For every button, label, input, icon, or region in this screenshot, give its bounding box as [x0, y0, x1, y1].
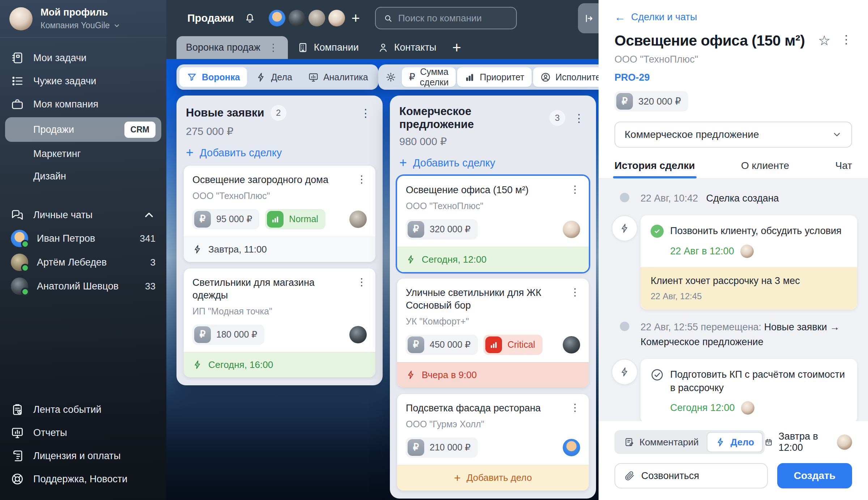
sidebar-item-my-tasks[interactable]: Мои задачи [0, 46, 166, 69]
avatar[interactable] [269, 10, 285, 26]
column-menu-icon[interactable]: ⋮ [358, 107, 373, 119]
card-menu-icon[interactable]: ⋮ [570, 402, 580, 413]
deal-amount: 320 000 ₽ [430, 224, 471, 234]
assignee-avatar[interactable] [563, 336, 580, 353]
card-menu-icon[interactable]: ⋮ [357, 276, 367, 287]
back-to-deals-link[interactable]: ← Сделки и чаты [614, 12, 852, 23]
sidebar-item-support[interactable]: Поддержка, Новости [0, 467, 166, 491]
sidebar-item-sales[interactable]: Продажи CRM [5, 117, 161, 142]
check-open-icon[interactable] [651, 368, 664, 381]
chat-item-anatoly[interactable]: Анатолий Шевцов 33 [0, 274, 166, 298]
settings-gear-button[interactable] [381, 67, 400, 87]
deal-card[interactable]: Светильники для магазина одежды ⋮ ИП "Мо… [184, 268, 375, 377]
panel-menu-icon[interactable]: ⋮ [841, 34, 852, 45]
comment-mode-button[interactable]: Комментарий [616, 432, 707, 452]
card-menu-icon[interactable]: ⋮ [357, 174, 367, 185]
column-menu-icon[interactable]: ⋮ [571, 112, 587, 124]
search-input[interactable] [398, 13, 508, 24]
create-button[interactable]: Создать [777, 463, 852, 488]
sidebar-item-events-feed[interactable]: Лента событий [0, 398, 166, 421]
deal-due-footer[interactable]: Вчера в 9:00 [397, 362, 589, 387]
deal-due-footer[interactable]: Сегодня, 16:00 [184, 352, 375, 377]
sidebar: Мой профиль Компания YouGile Мои задачи … [0, 0, 166, 500]
field-priority-button[interactable]: Приоритет [457, 67, 531, 87]
deal-card[interactable]: Освещение загородного дома ⋮ ООО "ТехноП… [184, 166, 375, 262]
yougile-crm-app: Мой профиль Компания YouGile Мои задачи … [0, 0, 868, 500]
deal-company: ООО "ТехноПлюс" [192, 191, 367, 201]
chevron-up-icon[interactable] [142, 208, 156, 221]
chat-item-artem[interactable]: Артём Лебедев 3 [0, 250, 166, 274]
tab-chat[interactable]: Чат [835, 160, 852, 178]
company-search[interactable] [375, 7, 517, 29]
collapse-panel-button[interactable] [578, 3, 599, 33]
profile-avatar[interactable] [9, 7, 33, 30]
sidebar-item-my-company[interactable]: Моя компания [0, 93, 166, 116]
view-funnel-button[interactable]: Воронка [179, 67, 247, 87]
stage-dropdown[interactable]: Коммерческое предложение [614, 122, 852, 148]
avatar[interactable] [328, 10, 345, 26]
sidebar-item-reports[interactable]: Отчеты [0, 421, 166, 444]
field-deal-amount-button[interactable]: ₽ Сумма сделки [402, 67, 456, 87]
deal-amount-chip: ₽ 210 000 ₽ [406, 437, 478, 458]
add-deal-button[interactable]: + Добавить сделку [186, 146, 373, 159]
paperclip-icon[interactable] [624, 470, 635, 481]
sidebar-item-design[interactable]: Дизайн [0, 165, 166, 187]
deal-due-footer[interactable]: Сегодня, 12:00 [397, 247, 589, 272]
new-task-input-wrap[interactable] [614, 463, 768, 488]
assignee-avatar[interactable] [837, 435, 852, 450]
gear-icon [386, 72, 396, 82]
field-settings: ₽ Сумма сделки Приоритет Исполнитель + [378, 64, 599, 90]
tab-sales-funnel[interactable]: Воронка продаж ⋮ [176, 36, 288, 59]
chat-name: Артём Лебедев [37, 257, 107, 268]
deal-card-selected[interactable]: Освещение офиса (150 м²) ⋮ ООО "ТехноПлю… [397, 176, 589, 272]
sidebar-item-license[interactable]: Лицензия и оплаты [0, 444, 166, 467]
tab-deal-history[interactable]: История сделки [614, 160, 695, 178]
sidebar-item-others-tasks[interactable]: Чужие задачи [0, 69, 166, 93]
sidebar-item-marketing[interactable]: Маркетинг [0, 143, 166, 165]
timeline-event-moved: 22 Авг, 12:55 перемещена: Новые заявки →… [609, 319, 857, 349]
deal-title: Уличные светильники для ЖК Сосновый бор [406, 287, 566, 312]
add-deal-button[interactable]: + Добавить сделку [399, 156, 587, 169]
chat-unread-count: 3 [150, 257, 156, 268]
deal-card[interactable]: Уличные светильники для ЖК Сосновый бор … [397, 279, 589, 387]
add-task-label: Добавить дело [467, 472, 532, 483]
task-schedule-button[interactable]: Завтра в 12:00 [765, 431, 852, 453]
view-label: Дела [271, 72, 292, 82]
assignee-avatar[interactable] [349, 211, 367, 228]
deal-title: Освещение загородного дома [192, 174, 352, 187]
chats-section-header[interactable]: Личные чаты [0, 203, 166, 226]
assignee-avatar[interactable] [563, 221, 580, 238]
profile-block[interactable]: Мой профиль Компания YouGile [0, 0, 166, 38]
field-assignee-button[interactable]: Исполнитель [533, 67, 599, 87]
check-done-icon[interactable] [651, 225, 664, 238]
task-card[interactable]: Позвонить клиенту, обсудить условия 22 А… [641, 215, 857, 310]
add-task-footer-button[interactable]: + Добавить дело [397, 465, 589, 491]
moved-from: Новые заявки → [764, 322, 840, 332]
lightning-icon [619, 366, 630, 377]
chat-item-ivan[interactable]: Иван Петров 341 [0, 226, 166, 250]
new-task-input[interactable] [641, 470, 758, 482]
assignee-avatar[interactable] [563, 439, 580, 456]
task-mode-button[interactable]: Дело [707, 432, 763, 452]
add-member-button[interactable]: + [352, 11, 360, 25]
tab-menu-icon[interactable]: ⋮ [268, 42, 278, 54]
avatar[interactable] [289, 10, 305, 26]
deal-due-footer[interactable]: Завтра, 11:00 [184, 237, 375, 262]
view-tasks-button[interactable]: Дела [248, 67, 299, 87]
deal-card[interactable]: Подсветка фасада ресторана ⋮ ООО "Гурмэ … [397, 394, 589, 491]
bell-icon[interactable] [244, 12, 256, 24]
add-tab-button[interactable]: + [446, 40, 468, 55]
tab-about-client[interactable]: О клиенте [741, 160, 789, 178]
assignee-avatar [741, 401, 754, 415]
view-analytics-button[interactable]: Аналитика [301, 67, 375, 87]
card-menu-icon[interactable]: ⋮ [570, 184, 580, 195]
person-icon [378, 42, 389, 53]
avatar[interactable] [309, 10, 325, 26]
lightning-icon [715, 437, 726, 447]
task-card[interactable]: Подготовить КП с расчётом стоимости в ра… [641, 359, 857, 421]
tab-companies[interactable]: Компании [288, 36, 368, 59]
card-menu-icon[interactable]: ⋮ [570, 287, 580, 297]
star-favorite-icon[interactable]: ☆ [818, 34, 830, 47]
assignee-avatar[interactable] [349, 326, 367, 343]
tab-contacts[interactable]: Контакты [368, 36, 446, 59]
